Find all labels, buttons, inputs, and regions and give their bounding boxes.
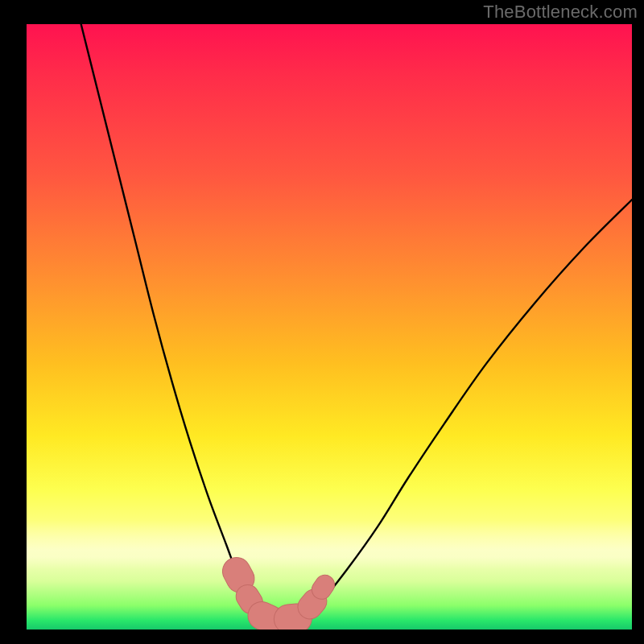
watermark-text: TheBottleneck.com <box>483 2 638 23</box>
background-gradient <box>27 24 632 630</box>
plot-area <box>27 24 632 630</box>
chart-frame: TheBottleneck.com <box>0 0 644 644</box>
